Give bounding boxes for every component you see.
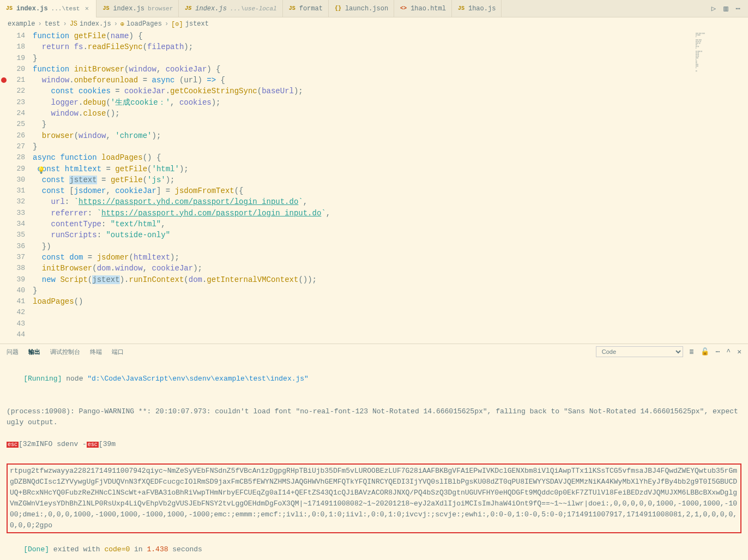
- code-line[interactable]: contentType: "text/html",: [33, 219, 748, 230]
- editor-tab[interactable]: <>1hao.html: [394, 0, 452, 17]
- more-icon[interactable]: ⋯: [736, 4, 740, 13]
- line-number[interactable]: 30: [8, 174, 25, 185]
- line-number[interactable]: 32: [8, 196, 25, 207]
- line-number[interactable]: 28: [8, 152, 25, 163]
- line-number[interactable]: 18: [8, 41, 25, 52]
- editor-tab[interactable]: {}launch.json: [329, 0, 394, 17]
- code-line[interactable]: new Script(jstext).runInContext(dom.getI…: [33, 274, 748, 285]
- code-line[interactable]: window.onbeforeunload = async (url) => {: [33, 75, 748, 86]
- code-line[interactable]: runScripts: "outside-only": [33, 230, 748, 240]
- breadcrumb-item[interactable]: [⊙]jstext: [171, 20, 209, 28]
- line-number[interactable]: 24: [8, 108, 25, 119]
- chevron-right-icon: ›: [114, 20, 118, 28]
- code-line[interactable]: referrer: `https://passport.yhd.com/pass…: [33, 208, 748, 219]
- more-icon[interactable]: ⋯: [716, 347, 720, 356]
- file-icon: JS: [5, 5, 13, 13]
- chevron-up-icon[interactable]: ^: [726, 348, 731, 356]
- code-line[interactable]: const jstext = getFile('js');: [33, 174, 748, 185]
- editor-tab[interactable]: JSindex.jsbrowser: [96, 0, 179, 17]
- breakpoint-icon[interactable]: [1, 77, 7, 83]
- code-line[interactable]: const cookies = cookieJar.getCookieStrin…: [33, 86, 748, 97]
- code-line[interactable]: initBrowser(dom.window, cookieJar);: [33, 263, 748, 274]
- line-number[interactable]: 14: [8, 31, 25, 41]
- crumb-icon: JS: [70, 20, 77, 28]
- split-icon[interactable]: ▥: [723, 4, 728, 13]
- line-number[interactable]: 33: [8, 208, 25, 219]
- line-number[interactable]: 20: [8, 64, 25, 75]
- editor-tab[interactable]: JS1hao.js: [452, 0, 502, 17]
- code-line[interactable]: async function loadPages() {: [33, 152, 748, 163]
- chevron-right-icon: ›: [165, 20, 168, 28]
- lightbulb-icon[interactable]: 💡: [37, 165, 45, 176]
- line-number[interactable]: 19: [8, 53, 25, 64]
- line-number[interactable]: 34: [8, 219, 25, 230]
- code-line[interactable]: 💡 const htmltext = getFile('html');: [33, 164, 748, 174]
- code-line[interactable]: url: `https://passport.yhd.com/passport/…: [33, 196, 748, 207]
- code-line[interactable]: }): [33, 241, 748, 252]
- code-line[interactable]: window.close();: [33, 108, 748, 119]
- breadcrumb-item[interactable]: test: [45, 20, 61, 28]
- line-number[interactable]: 39: [8, 274, 25, 285]
- line-number[interactable]: 29: [8, 164, 25, 174]
- line-number[interactable]: 22: [8, 86, 25, 97]
- editor-tab[interactable]: JSindex.js...\use-local: [179, 0, 282, 17]
- tab-label: format: [299, 5, 323, 13]
- line-number[interactable]: 25: [8, 119, 25, 130]
- esc-badge: esc: [7, 442, 19, 448]
- line-number[interactable]: 41: [8, 296, 25, 307]
- breadcrumb-item[interactable]: JSindex.js: [70, 20, 111, 28]
- close-icon[interactable]: ✕: [737, 347, 741, 356]
- running-tag: [Running]: [23, 375, 62, 383]
- close-icon[interactable]: ✕: [83, 5, 91, 13]
- run-icon[interactable]: ▷: [711, 4, 716, 13]
- code-line[interactable]: loadPages(): [33, 296, 748, 307]
- editor-tab[interactable]: JSformat: [283, 0, 329, 17]
- filter-icon[interactable]: ≣: [690, 347, 694, 356]
- panel-tab-output[interactable]: 输出: [28, 348, 40, 356]
- line-number[interactable]: 36: [8, 241, 25, 252]
- line-number[interactable]: 35: [8, 230, 25, 240]
- editor-tab[interactable]: JSindex.js...\test✕: [0, 0, 96, 17]
- line-number[interactable]: 44: [8, 329, 25, 340]
- panel-tab-problems[interactable]: 问题: [7, 348, 19, 356]
- minimap-lines: ████ ████ ██████ █████████ ██████ ██ ███…: [693, 31, 748, 74]
- code-area[interactable]: function getFile(name) { return fs.readF…: [33, 31, 748, 344]
- line-number[interactable]: 40: [8, 285, 25, 296]
- code-line[interactable]: }: [33, 53, 748, 64]
- line-number-gutter[interactable]: 1418192021222324252627282930313233343536…: [8, 31, 33, 344]
- code-line[interactable]: logger.debug('生成cookie：', cookies);: [33, 97, 748, 108]
- breadcrumb-item[interactable]: ⊕loadPages: [120, 20, 162, 28]
- line-number[interactable]: 23: [8, 97, 25, 108]
- chevron-right-icon: ›: [38, 20, 41, 28]
- line-number[interactable]: 38: [8, 263, 25, 274]
- code-line[interactable]: return fs.readFileSync(filepath);: [33, 41, 748, 52]
- editor[interactable]: 1418192021222324252627282930313233343536…: [0, 31, 748, 344]
- output-channel-select[interactable]: Code: [596, 346, 683, 357]
- tab-label: launch.json: [345, 5, 388, 13]
- line-number[interactable]: 42: [8, 307, 25, 318]
- breakpoint-gutter[interactable]: [0, 31, 8, 344]
- tab-path: ...\test: [51, 5, 80, 12]
- code-line[interactable]: function getFile(name) {: [33, 31, 748, 41]
- code-line[interactable]: function initBrowser(window, cookieJar) …: [33, 64, 748, 75]
- minimap[interactable]: ████ ████ ██████ █████████ ██████ ██ ███…: [693, 31, 748, 344]
- output-highlighted-box: rtpug2tfwzwayya22821714911007942qiyc~NmZ…: [7, 463, 741, 533]
- code-line[interactable]: }: [33, 119, 748, 130]
- line-number[interactable]: 31: [8, 185, 25, 196]
- panel-tab-debug[interactable]: 调试控制台: [50, 348, 80, 356]
- line-number[interactable]: 21: [8, 75, 25, 86]
- line-number[interactable]: 43: [8, 318, 25, 329]
- breadcrumb-item[interactable]: example: [8, 20, 35, 28]
- code-line[interactable]: browser(window, 'chrome');: [33, 130, 748, 141]
- lock-icon[interactable]: 🔓: [701, 347, 709, 356]
- panel-tab-terminal[interactable]: 终端: [90, 348, 102, 356]
- line-number[interactable]: 27: [8, 141, 25, 152]
- code-line[interactable]: const dom = jsdomer(htmltext);: [33, 252, 748, 263]
- code-line[interactable]: const [jsdomer, cookieJar] = jsdomFromTe…: [33, 185, 748, 196]
- code-line[interactable]: }: [33, 285, 748, 296]
- panel-tab-ports[interactable]: 端口: [112, 348, 124, 356]
- line-number[interactable]: 26: [8, 130, 25, 141]
- output-body[interactable]: [Running] node "d:\Code\JavaScript\env\s…: [0, 359, 748, 560]
- code-line[interactable]: }: [33, 141, 748, 152]
- line-number[interactable]: 37: [8, 252, 25, 263]
